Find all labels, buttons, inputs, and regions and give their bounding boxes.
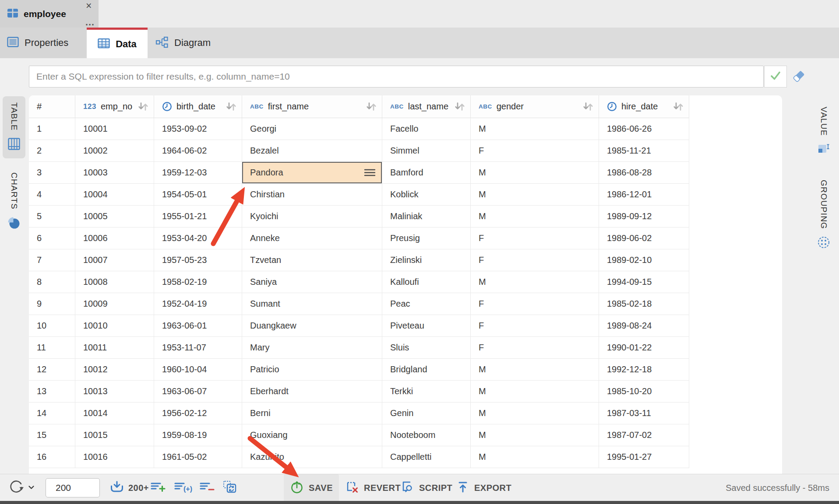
cell-last_name[interactable]: Nooteboom: [382, 424, 471, 446]
cell-first_name[interactable]: Bezalel: [242, 140, 382, 162]
ellipsis-icon[interactable]: …: [85, 17, 95, 28]
row-number[interactable]: 9: [29, 293, 75, 315]
cell-emp_no[interactable]: 10002: [75, 140, 154, 162]
cell-emp_no[interactable]: 10006: [75, 228, 154, 249]
cell-hire_date[interactable]: 1987-07-02: [599, 424, 689, 446]
cell-first_name[interactable]: Duangkaew: [242, 315, 382, 337]
sort-arrows-icon[interactable]: [582, 102, 599, 111]
cell-first_name[interactable]: Saniya: [242, 271, 382, 293]
cell-last_name[interactable]: Terkki: [382, 381, 471, 402]
column-header-hire_date[interactable]: hire_date: [599, 95, 689, 118]
cell-first_name[interactable]: Georgi: [242, 118, 382, 140]
column-header-first_name[interactable]: ABCfirst_name: [242, 95, 382, 118]
hamburger-icon[interactable]: [364, 168, 376, 177]
add-row-button[interactable]: [151, 474, 166, 501]
cell-gender[interactable]: F: [471, 337, 599, 359]
tab-properties[interactable]: Properties: [0, 28, 87, 58]
fetch-more-button[interactable]: 200+: [109, 474, 149, 501]
cell-emp_no[interactable]: 10015: [75, 424, 154, 446]
cell-birth_date[interactable]: 1953-04-20: [154, 228, 242, 249]
row-number[interactable]: 10: [29, 315, 75, 337]
tab-data[interactable]: Data: [87, 28, 148, 58]
cell-gender[interactable]: M: [471, 381, 599, 402]
cell-gender[interactable]: M: [471, 206, 599, 228]
row-number[interactable]: 15: [29, 424, 75, 446]
row-number[interactable]: 3: [29, 162, 75, 184]
refresh-dropdown-button[interactable]: [8, 474, 35, 501]
cell-last_name[interactable]: Peac: [382, 293, 471, 315]
cell-last_name[interactable]: Bridgland: [382, 359, 471, 381]
cell-birth_date[interactable]: 1954-05-01: [154, 184, 242, 206]
row-number[interactable]: 12: [29, 359, 75, 381]
cell-last_name[interactable]: Preusig: [382, 228, 471, 249]
row-number[interactable]: 1: [29, 118, 75, 140]
revert-button[interactable]: REVERT: [345, 474, 401, 501]
row-number-header[interactable]: #: [29, 95, 75, 118]
cell-last_name[interactable]: Cappelletti: [382, 446, 471, 468]
cell-first_name[interactable]: Kazuhito: [242, 446, 382, 468]
cell-hire_date[interactable]: 1986-12-01: [599, 184, 689, 206]
cell-first_name[interactable]: Eberhardt: [242, 381, 382, 402]
rail-tab-charts[interactable]: CHARTS: [3, 166, 25, 237]
cell-birth_date[interactable]: 1953-09-02: [154, 118, 242, 140]
cell-gender[interactable]: F: [471, 315, 599, 337]
duplicate-row-button[interactable]: (+): [174, 474, 194, 501]
cell-last_name[interactable]: Maliniak: [382, 206, 471, 228]
cell-emp_no[interactable]: 10016: [75, 446, 154, 468]
row-limit-input[interactable]: [46, 478, 100, 497]
cell-birth_date[interactable]: 1955-01-21: [154, 206, 242, 228]
cell-first_name[interactable]: Chirstian: [242, 184, 382, 206]
cell-gender[interactable]: F: [471, 293, 599, 315]
row-number[interactable]: 8: [29, 271, 75, 293]
cell-first_name[interactable]: Berni: [242, 402, 382, 424]
cell-birth_date[interactable]: 1961-05-02: [154, 446, 242, 468]
cell-last_name[interactable]: Kalloufi: [382, 271, 471, 293]
selected-cell-first_name[interactable]: Pandora: [242, 162, 382, 184]
row-number[interactable]: 4: [29, 184, 75, 206]
row-number[interactable]: 5: [29, 206, 75, 228]
cell-hire_date[interactable]: 1992-12-18: [599, 359, 689, 381]
cell-first_name[interactable]: Patricio: [242, 359, 382, 381]
cell-birth_date[interactable]: 1959-08-19: [154, 424, 242, 446]
filter-input[interactable]: [29, 66, 764, 88]
cell-hire_date[interactable]: 1994-09-15: [599, 271, 689, 293]
cell-emp_no[interactable]: 10014: [75, 402, 154, 424]
cell-gender[interactable]: M: [471, 118, 599, 140]
row-number[interactable]: 11: [29, 337, 75, 359]
tab-diagram[interactable]: Diagram: [148, 28, 226, 58]
sort-arrows-icon[interactable]: [365, 102, 382, 111]
rail-tab-value[interactable]: VALUE: [812, 101, 835, 162]
cell-birth_date[interactable]: 1953-11-07: [154, 337, 242, 359]
cell-emp_no[interactable]: 10003: [75, 162, 154, 184]
script-button[interactable]: SCRIPT: [400, 474, 452, 501]
cell-birth_date[interactable]: 1956-02-12: [154, 402, 242, 424]
clear-filter-button[interactable]: [790, 68, 807, 86]
cell-first_name[interactable]: Mary: [242, 337, 382, 359]
cell-gender[interactable]: M: [471, 446, 599, 468]
sort-arrows-icon[interactable]: [137, 102, 154, 111]
rail-tab-grouping[interactable]: GROUPING: [812, 174, 835, 257]
cell-first_name[interactable]: Kyoichi: [242, 206, 382, 228]
cell-last_name[interactable]: Piveteau: [382, 315, 471, 337]
cell-birth_date[interactable]: 1957-05-23: [154, 249, 242, 271]
cell-emp_no[interactable]: 10013: [75, 381, 154, 402]
cell-first_name[interactable]: Guoxiang: [242, 424, 382, 446]
rail-tab-table[interactable]: TABLE: [3, 96, 25, 158]
save-button[interactable]: SAVE: [284, 474, 339, 501]
cell-gender[interactable]: F: [471, 249, 599, 271]
cell-hire_date[interactable]: 1986-06-26: [599, 118, 689, 140]
cell-emp_no[interactable]: 10005: [75, 206, 154, 228]
cell-emp_no[interactable]: 10007: [75, 249, 154, 271]
editor-tab-employee[interactable]: employee × …: [0, 0, 99, 28]
cell-first_name[interactable]: Tzvetan: [242, 249, 382, 271]
cell-emp_no[interactable]: 10004: [75, 184, 154, 206]
export-button[interactable]: EXPORT: [456, 474, 511, 501]
cell-gender[interactable]: F: [471, 228, 599, 249]
sort-arrows-icon[interactable]: [454, 102, 470, 111]
row-number[interactable]: 16: [29, 446, 75, 468]
refresh-rows-button[interactable]: [222, 474, 237, 501]
cell-hire_date[interactable]: 1986-08-28: [599, 162, 689, 184]
cell-emp_no[interactable]: 10001: [75, 118, 154, 140]
cell-birth_date[interactable]: 1958-02-19: [154, 271, 242, 293]
cell-gender[interactable]: M: [471, 402, 599, 424]
